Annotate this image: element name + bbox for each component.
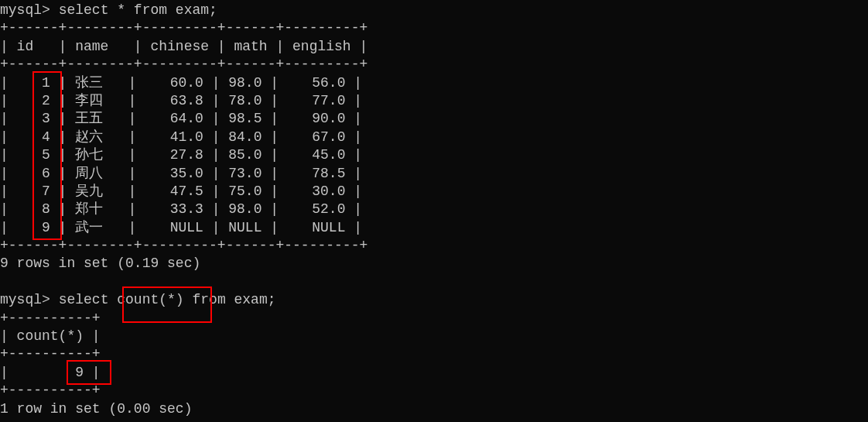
result-status: 9 rows in set (0.19 sec) [0,255,868,273]
sql-count-func: count(*) [117,292,183,307]
table-border: +------+--------+---------+------+------… [0,237,868,255]
table-border: +------+--------+---------+------+------… [0,56,868,74]
result-status: 1 row in set (0.00 sec) [0,400,868,418]
table-row: | 8 | 郑十 | 33.3 | 98.0 | 52.0 | [0,201,868,218]
mysql-prompt: mysql> [0,292,59,307]
table-row: | 3 | 王五 | 64.0 | 98.5 | 90.0 | [0,110,868,128]
table-border: +----------+ [0,382,868,400]
sql-query: select * from exam; [59,2,217,18]
table-row: | 4 | 赵六 | 41.0 | 84.0 | 67.0 | [0,129,868,146]
table-row: | 1 | 张三 | 60.0 | 98.0 | 56.0 | [0,74,868,92]
sql-query-part: select [59,292,118,307]
sql-query-part: from exam; [184,292,276,307]
table-border: +----------+ [0,310,868,328]
table-header: | id | name | chinese | math | english | [0,38,868,56]
table-header: | count(*) | [0,328,868,345]
table-row: | 5 | 孙七 | 27.8 | 85.0 | 45.0 | [0,146,868,164]
query-line-2: mysql> select count(*) from exam; [0,291,868,309]
mysql-prompt: mysql> [0,2,59,18]
query-line-1: mysql> select * from exam; [0,2,868,19]
table-row: | 6 | 周八 | 35.0 | 73.0 | 78.5 | [0,165,868,183]
table-border: +------+--------+---------+------+------… [0,19,868,37]
table-border: +----------+ [0,345,868,363]
blank-line [0,273,868,291]
table-row: | 9 | 武一 | NULL | NULL | NULL | [0,219,868,237]
table-row: | 9 | [0,364,868,382]
table-row: | 7 | 吴九 | 47.5 | 75.0 | 30.0 | [0,183,868,201]
table-row: | 2 | 李四 | 63.8 | 78.0 | 77.0 | [0,92,868,110]
